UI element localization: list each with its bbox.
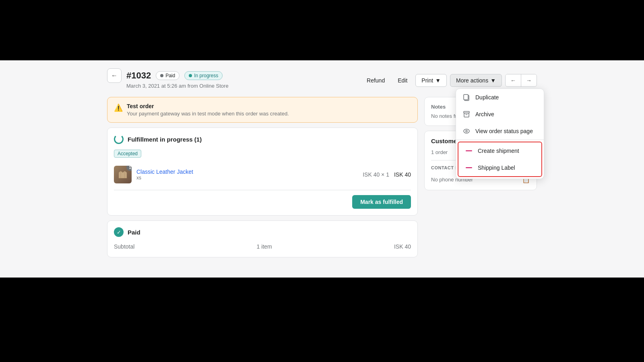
inprogress-badge: In progress	[184, 71, 223, 80]
product-price: ISK 40 × 1	[363, 171, 389, 178]
warning-icon: ⚠️	[114, 103, 123, 112]
subtotal-row: Subtotal 1 item ISK 40	[114, 243, 411, 251]
paid-title: Paid	[128, 229, 140, 236]
duplicate-menu-item[interactable]: Duplicate	[456, 89, 544, 106]
paid-header: ✓ Paid	[114, 227, 411, 237]
shipping-label-label: Shipping Label	[478, 165, 515, 171]
more-actions-button[interactable]: More actions ▼	[450, 74, 502, 87]
accepted-tag: Accepted	[114, 150, 141, 158]
fulfillment-card: Fulfillment in progress (1) Accepted	[107, 128, 418, 216]
nav-arrows: ← →	[505, 74, 537, 87]
alert-title: Test order	[127, 103, 289, 109]
main-column: ⚠️ Test order Your payment gateway was i…	[107, 97, 418, 257]
shipping-label-icon	[465, 164, 473, 172]
more-actions-dropdown: Duplicate Archive View order status page	[456, 88, 544, 179]
chevron-down-icon: ▼	[490, 77, 496, 84]
archive-icon	[462, 110, 471, 118]
header-left: ← #1032 Paid In progress March 3, 2021 a…	[107, 68, 229, 92]
product-row: 1 Classic Leather Jacket xs ISK 40 × 1 I…	[114, 162, 411, 187]
alert-content: Test order Your payment gateway was in t…	[127, 103, 289, 117]
archive-menu-item[interactable]: Archive	[456, 106, 544, 123]
content-area: ← #1032 Paid In progress March 3, 2021 a…	[0, 60, 644, 278]
fulfillment-header: Fulfillment in progress (1)	[114, 134, 411, 144]
svg-rect-3	[464, 113, 469, 117]
fulfillment-title: Fulfillment in progress (1)	[128, 136, 202, 143]
svg-rect-1	[464, 95, 468, 100]
paid-badge: Paid	[156, 71, 180, 80]
mark-fulfilled-button[interactable]: Mark as fulfilled	[352, 195, 411, 209]
paid-check-icon: ✓	[114, 227, 124, 237]
archive-label: Archive	[475, 111, 494, 117]
svg-point-5	[466, 130, 467, 132]
subtotal-amount: ISK 40	[394, 243, 411, 250]
fulfillment-progress-icon	[114, 134, 124, 144]
product-variant: xs	[136, 175, 358, 181]
shipping-label-menu-item[interactable]: Shipping Label	[458, 159, 541, 176]
product-total: ISK 40	[394, 171, 411, 178]
duplicate-label: Duplicate	[475, 94, 499, 101]
product-name-link[interactable]: Classic Leather Jacket	[136, 169, 193, 175]
screen: ← #1032 Paid In progress March 3, 2021 a…	[0, 0, 644, 362]
fulfillment-footer: Mark as fulfilled	[114, 190, 411, 209]
svg-point-4	[464, 129, 469, 133]
subtotal-label: Subtotal	[114, 243, 134, 250]
product-thumbnail: 1	[114, 166, 132, 183]
create-shipment-menu-item[interactable]: Create shipment	[458, 142, 541, 159]
product-info: Classic Leather Jacket xs	[136, 169, 358, 181]
highlighted-section: Create shipment Shipping Label	[458, 142, 542, 177]
duplicate-icon	[462, 93, 471, 101]
back-button[interactable]: ←	[107, 68, 122, 83]
shipment-icon	[465, 147, 473, 155]
order-subtitle: March 3, 2021 at 5:26 am from Online Sto…	[126, 83, 229, 92]
paid-card: ✓ Paid Subtotal 1 item ISK 40	[107, 220, 418, 257]
eye-icon	[462, 127, 471, 135]
edit-button[interactable]: Edit	[393, 75, 412, 86]
next-arrow[interactable]: →	[521, 74, 537, 86]
alert-body: Your payment gateway was in test mode wh…	[127, 111, 289, 117]
view-order-status-menu-item[interactable]: View order status page	[456, 123, 544, 140]
header-actions: Refund Edit Print ▼ More actions ▼ ← →	[362, 74, 537, 87]
refund-button[interactable]: Refund	[362, 75, 390, 86]
subtotal-items: 1 item	[257, 243, 272, 250]
order-number: #1032	[126, 70, 151, 81]
print-button[interactable]: Print ▼	[415, 74, 447, 87]
chevron-down-icon: ▼	[435, 77, 441, 84]
alert-banner: ⚠️ Test order Your payment gateway was i…	[107, 97, 418, 123]
create-shipment-label: Create shipment	[478, 148, 519, 154]
prev-arrow[interactable]: ←	[506, 74, 521, 86]
view-order-status-label: View order status page	[475, 128, 533, 134]
dropdown-divider	[456, 140, 544, 140]
